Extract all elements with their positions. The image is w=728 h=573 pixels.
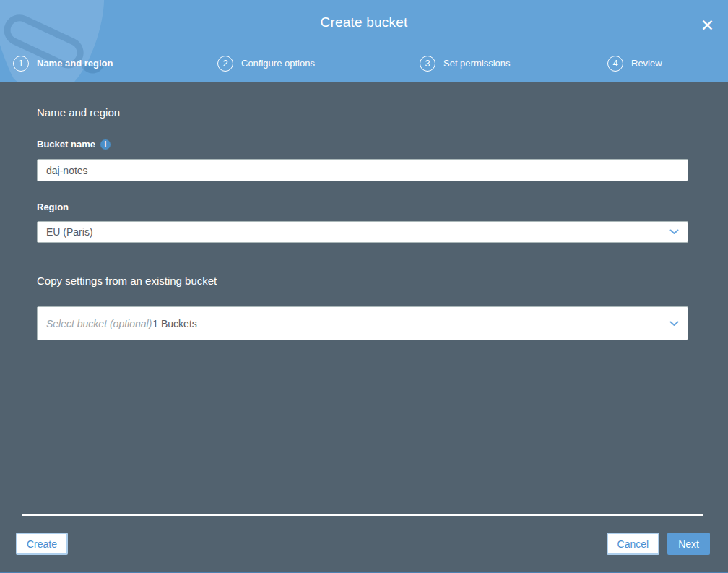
region-select[interactable]: EU (Paris)	[37, 221, 688, 243]
next-button[interactable]: Next	[667, 533, 710, 555]
region-selected-value: EU (Paris)	[46, 226, 93, 238]
region-label: Region	[37, 202, 688, 212]
bucket-count-text: 1 Buckets	[152, 318, 196, 329]
step-configure-options[interactable]: 2 Configure options	[217, 56, 420, 72]
step-4-number: 4	[607, 56, 623, 72]
step-3-label: Set permissions	[443, 58, 510, 69]
bucket-name-label: Bucket name i	[37, 139, 688, 150]
step-set-permissions[interactable]: 3 Set permissions	[420, 56, 607, 72]
footer-actions: Create Cancel Next	[0, 533, 728, 555]
step-4-label: Review	[631, 58, 662, 69]
create-button[interactable]: Create	[16, 533, 68, 555]
step-review[interactable]: 4 Review	[607, 56, 728, 72]
step-2-number: 2	[217, 56, 233, 72]
dialog-title: Create bucket	[321, 14, 408, 30]
info-icon[interactable]: i	[100, 139, 110, 150]
chevron-down-icon	[670, 321, 679, 327]
section-heading-name-and-region: Name and region	[37, 106, 688, 119]
bucket-name-input[interactable]	[37, 159, 688, 181]
copy-bucket-select[interactable]: Select bucket (optional) 1 Buckets	[37, 306, 688, 340]
step-1-number: 1	[13, 56, 29, 72]
create-bucket-dialog-header: Create bucket ✕ 1 Name and region 2 Conf…	[0, 0, 728, 82]
footer-divider	[22, 514, 703, 516]
step-2-label: Configure options	[241, 58, 315, 69]
wizard-steps: 1 Name and region 2 Configure options 3 …	[0, 45, 728, 82]
copy-bucket-placeholder: Select bucket (optional)	[46, 318, 152, 329]
form-body: Name and region Bucket name i Region EU …	[0, 82, 728, 340]
chevron-down-icon	[670, 229, 679, 235]
cancel-button[interactable]: Cancel	[607, 533, 660, 555]
step-3-number: 3	[420, 56, 436, 72]
section-divider	[37, 259, 688, 259]
section-heading-copy-settings: Copy settings from an existing bucket	[37, 275, 688, 287]
close-icon[interactable]: ✕	[701, 17, 714, 34]
step-name-and-region[interactable]: 1 Name and region	[13, 56, 217, 72]
step-1-label: Name and region	[37, 58, 113, 69]
